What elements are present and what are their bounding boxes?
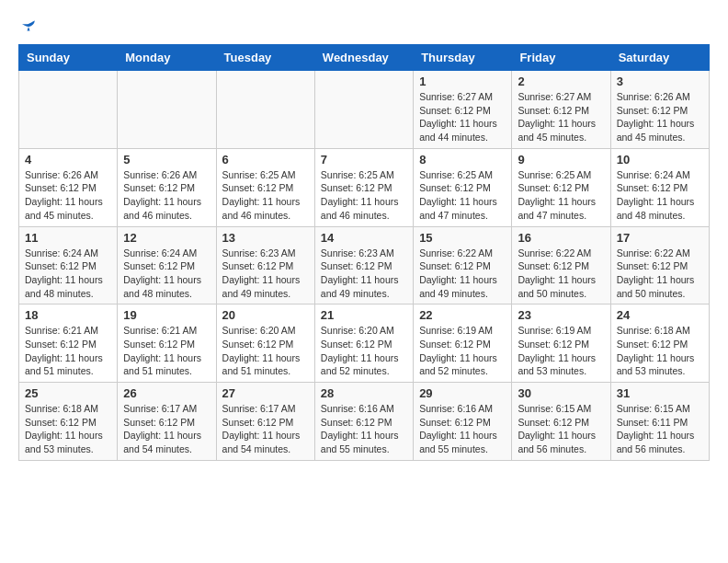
- calendar-week-row: 25Sunrise: 6:18 AM Sunset: 6:12 PM Dayli…: [19, 383, 710, 461]
- day-number: 12: [123, 231, 210, 245]
- day-number: 6: [222, 153, 309, 167]
- calendar-cell: 10Sunrise: 6:24 AM Sunset: 6:12 PM Dayli…: [610, 148, 709, 226]
- day-number: 20: [222, 308, 309, 322]
- calendar-cell: 5Sunrise: 6:26 AM Sunset: 6:12 PM Daylig…: [118, 148, 216, 226]
- day-info: Sunrise: 6:25 AM Sunset: 6:12 PM Dayligh…: [518, 168, 604, 223]
- calendar-cell: 27Sunrise: 6:17 AM Sunset: 6:12 PM Dayli…: [216, 383, 314, 461]
- logo-bird-icon: [20, 18, 37, 35]
- calendar-cell: [118, 71, 216, 149]
- day-info: Sunrise: 6:16 AM Sunset: 6:12 PM Dayligh…: [321, 402, 407, 456]
- calendar-cell: 23Sunrise: 6:19 AM Sunset: 6:12 PM Dayli…: [512, 304, 610, 383]
- day-number: 31: [617, 386, 703, 400]
- day-number: 10: [617, 153, 703, 167]
- calendar-cell: 25Sunrise: 6:18 AM Sunset: 6:12 PM Dayli…: [19, 383, 118, 461]
- page-header: [18, 18, 710, 35]
- calendar-cell: 3Sunrise: 6:26 AM Sunset: 6:12 PM Daylig…: [610, 71, 709, 149]
- day-info: Sunrise: 6:27 AM Sunset: 6:12 PM Dayligh…: [518, 90, 604, 144]
- calendar-cell: 26Sunrise: 6:17 AM Sunset: 6:12 PM Dayli…: [118, 383, 216, 461]
- day-info: Sunrise: 6:18 AM Sunset: 6:12 PM Dayligh…: [25, 402, 111, 456]
- day-info: Sunrise: 6:20 AM Sunset: 6:12 PM Dayligh…: [222, 324, 309, 378]
- calendar-week-row: 4Sunrise: 6:26 AM Sunset: 6:12 PM Daylig…: [19, 148, 710, 226]
- calendar-cell: 28Sunrise: 6:16 AM Sunset: 6:12 PM Dayli…: [314, 383, 413, 461]
- day-info: Sunrise: 6:21 AM Sunset: 6:12 PM Dayligh…: [25, 324, 111, 378]
- day-info: Sunrise: 6:26 AM Sunset: 6:12 PM Dayligh…: [617, 90, 703, 144]
- day-info: Sunrise: 6:25 AM Sunset: 6:12 PM Dayligh…: [321, 168, 407, 223]
- calendar-header-row: SundayMondayTuesdayWednesdayThursdayFrid…: [19, 45, 710, 71]
- calendar-cell: 21Sunrise: 6:20 AM Sunset: 6:12 PM Dayli…: [314, 304, 413, 383]
- day-info: Sunrise: 6:15 AM Sunset: 6:11 PM Dayligh…: [617, 402, 703, 456]
- day-info: Sunrise: 6:22 AM Sunset: 6:12 PM Dayligh…: [419, 247, 506, 301]
- calendar-cell: 17Sunrise: 6:22 AM Sunset: 6:12 PM Dayli…: [610, 226, 709, 304]
- calendar-cell: [216, 71, 314, 149]
- day-number: 18: [25, 308, 111, 322]
- calendar-cell: 19Sunrise: 6:21 AM Sunset: 6:12 PM Dayli…: [118, 304, 216, 383]
- column-header-sunday: Sunday: [19, 45, 118, 71]
- calendar-cell: 20Sunrise: 6:20 AM Sunset: 6:12 PM Dayli…: [216, 304, 314, 383]
- day-number: 7: [321, 153, 407, 167]
- calendar-cell: 24Sunrise: 6:18 AM Sunset: 6:12 PM Dayli…: [610, 304, 709, 383]
- day-number: 14: [321, 231, 407, 245]
- day-info: Sunrise: 6:21 AM Sunset: 6:12 PM Dayligh…: [123, 324, 210, 378]
- day-number: 8: [419, 153, 506, 167]
- calendar-cell: [19, 71, 118, 149]
- day-number: 22: [419, 308, 506, 322]
- day-info: Sunrise: 6:20 AM Sunset: 6:12 PM Dayligh…: [321, 324, 407, 378]
- column-header-friday: Friday: [512, 45, 610, 71]
- day-info: Sunrise: 6:24 AM Sunset: 6:12 PM Dayligh…: [123, 247, 210, 301]
- column-header-tuesday: Tuesday: [216, 45, 314, 71]
- calendar-week-row: 11Sunrise: 6:24 AM Sunset: 6:12 PM Dayli…: [19, 226, 710, 304]
- calendar-cell: 15Sunrise: 6:22 AM Sunset: 6:12 PM Dayli…: [414, 226, 512, 304]
- day-info: Sunrise: 6:17 AM Sunset: 6:12 PM Dayligh…: [222, 402, 309, 456]
- day-number: 13: [222, 231, 309, 245]
- day-number: 17: [617, 231, 703, 245]
- calendar-table: SundayMondayTuesdayWednesdayThursdayFrid…: [18, 44, 710, 461]
- day-number: 27: [222, 386, 309, 400]
- calendar-cell: 14Sunrise: 6:23 AM Sunset: 6:12 PM Dayli…: [314, 226, 413, 304]
- day-info: Sunrise: 6:27 AM Sunset: 6:12 PM Dayligh…: [419, 90, 506, 144]
- day-number: 23: [518, 308, 604, 322]
- day-number: 11: [25, 231, 111, 245]
- calendar-cell: 22Sunrise: 6:19 AM Sunset: 6:12 PM Dayli…: [414, 304, 512, 383]
- day-info: Sunrise: 6:19 AM Sunset: 6:12 PM Dayligh…: [419, 324, 506, 378]
- day-number: 4: [25, 153, 111, 167]
- day-number: 30: [518, 386, 604, 400]
- day-number: 5: [123, 153, 210, 167]
- day-info: Sunrise: 6:18 AM Sunset: 6:12 PM Dayligh…: [617, 324, 703, 378]
- day-info: Sunrise: 6:15 AM Sunset: 6:12 PM Dayligh…: [518, 402, 604, 456]
- day-number: 29: [419, 386, 506, 400]
- day-number: 3: [617, 75, 703, 88]
- day-number: 28: [321, 386, 407, 400]
- day-number: 25: [25, 386, 111, 400]
- calendar-cell: 13Sunrise: 6:23 AM Sunset: 6:12 PM Dayli…: [216, 226, 314, 304]
- day-info: Sunrise: 6:19 AM Sunset: 6:12 PM Dayligh…: [518, 324, 604, 378]
- calendar-cell: 6Sunrise: 6:25 AM Sunset: 6:12 PM Daylig…: [216, 148, 314, 226]
- calendar-cell: 2Sunrise: 6:27 AM Sunset: 6:12 PM Daylig…: [512, 71, 610, 149]
- day-number: 24: [617, 308, 703, 322]
- calendar-cell: 18Sunrise: 6:21 AM Sunset: 6:12 PM Dayli…: [19, 304, 118, 383]
- calendar-cell: 30Sunrise: 6:15 AM Sunset: 6:12 PM Dayli…: [512, 383, 610, 461]
- day-info: Sunrise: 6:26 AM Sunset: 6:12 PM Dayligh…: [123, 168, 210, 223]
- calendar-cell: 11Sunrise: 6:24 AM Sunset: 6:12 PM Dayli…: [19, 226, 118, 304]
- day-number: 19: [123, 308, 210, 322]
- day-info: Sunrise: 6:22 AM Sunset: 6:12 PM Dayligh…: [617, 247, 703, 301]
- logo: [18, 18, 37, 35]
- calendar-cell: 9Sunrise: 6:25 AM Sunset: 6:12 PM Daylig…: [512, 148, 610, 226]
- day-info: Sunrise: 6:23 AM Sunset: 6:12 PM Dayligh…: [321, 247, 407, 301]
- calendar-cell: 31Sunrise: 6:15 AM Sunset: 6:11 PM Dayli…: [610, 383, 709, 461]
- calendar-week-row: 18Sunrise: 6:21 AM Sunset: 6:12 PM Dayli…: [19, 304, 710, 383]
- day-info: Sunrise: 6:25 AM Sunset: 6:12 PM Dayligh…: [222, 168, 309, 223]
- calendar-cell: 1Sunrise: 6:27 AM Sunset: 6:12 PM Daylig…: [414, 71, 512, 149]
- day-info: Sunrise: 6:24 AM Sunset: 6:12 PM Dayligh…: [25, 247, 111, 301]
- calendar-cell: 8Sunrise: 6:25 AM Sunset: 6:12 PM Daylig…: [414, 148, 512, 226]
- column-header-monday: Monday: [118, 45, 216, 71]
- day-number: 15: [419, 231, 506, 245]
- day-number: 26: [123, 386, 210, 400]
- day-info: Sunrise: 6:24 AM Sunset: 6:12 PM Dayligh…: [617, 168, 703, 223]
- day-info: Sunrise: 6:16 AM Sunset: 6:12 PM Dayligh…: [419, 402, 506, 456]
- day-number: 2: [518, 75, 604, 88]
- day-number: 16: [518, 231, 604, 245]
- calendar-cell: 29Sunrise: 6:16 AM Sunset: 6:12 PM Dayli…: [414, 383, 512, 461]
- day-number: 1: [419, 75, 506, 88]
- calendar-cell: 16Sunrise: 6:22 AM Sunset: 6:12 PM Dayli…: [512, 226, 610, 304]
- day-info: Sunrise: 6:25 AM Sunset: 6:12 PM Dayligh…: [419, 168, 506, 223]
